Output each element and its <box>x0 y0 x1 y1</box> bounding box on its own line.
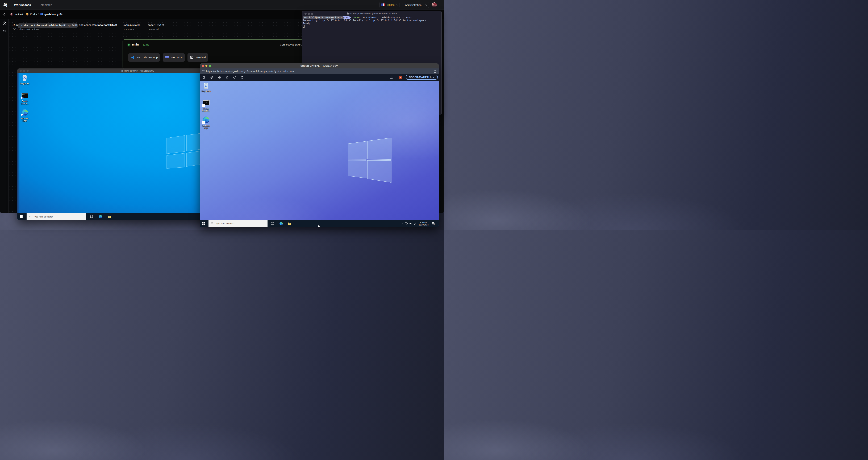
svg-text:C:\_: C:\_ <box>204 101 207 103</box>
svg-text:}: } <box>6 3 7 7</box>
svg-text:C:\_: C:\_ <box>22 94 26 95</box>
svg-text:1: 1 <box>434 223 435 225</box>
